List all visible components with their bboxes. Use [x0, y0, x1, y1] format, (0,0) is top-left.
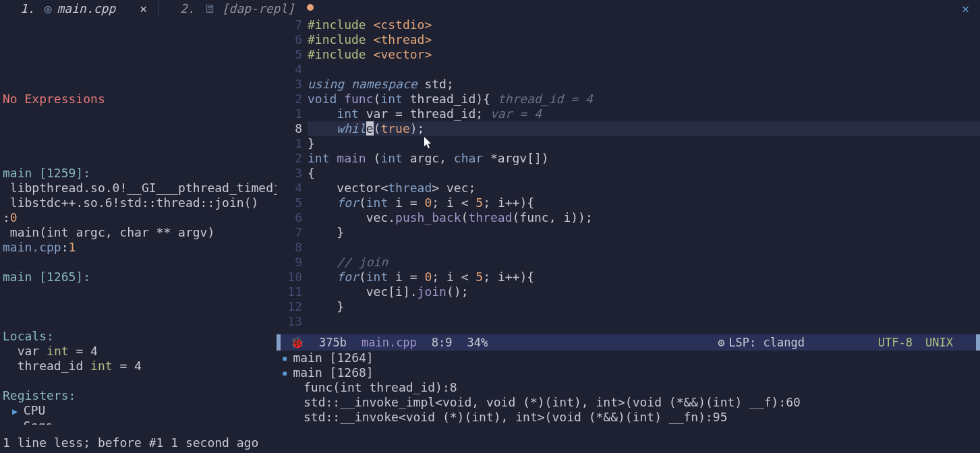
cpp-icon: ◎ — [45, 1, 52, 16]
modified-indicator-icon — [307, 4, 314, 11]
register-group-cpu[interactable]: CPU — [3, 403, 274, 419]
registers-header: Registers: — [3, 388, 274, 403]
file-name: main.cpp — [362, 335, 417, 350]
local-var[interactable]: thread_id int = 4 — [3, 359, 274, 373]
thread-collapsed-icon: ▪ — [282, 351, 287, 365]
file-format: UNIX — [925, 335, 953, 350]
thread-frame[interactable]: std::__invoke<void (*)(int), int>(void (… — [282, 410, 975, 425]
thread-frame[interactable]: func(int thread_id):8 — [282, 380, 975, 395]
message-line: 1 line less; before #1 1 second ago — [3, 435, 258, 450]
tab-close-icon[interactable]: ✕ — [140, 1, 147, 16]
gears-icon: ⚙ — [718, 336, 724, 349]
cursor-position: 8:9 — [432, 335, 453, 350]
tab-label: main.cpp — [57, 1, 116, 16]
watch-expressions-empty: No Expressions — [3, 92, 274, 107]
thread-collapsed-icon: ▪ — [282, 365, 287, 380]
tab-number: 2. — [180, 1, 195, 16]
stack-frame[interactable]: libstdc++.so.6!std::thread::join() :0 — [3, 195, 274, 225]
threads-panel: ▪main [1264] ▪main [1268] func(int threa… — [277, 351, 980, 425]
thread-row[interactable]: ▪main [1268] — [282, 365, 975, 380]
file-icon: 🗎 — [204, 1, 217, 16]
bug-icon: 🐞 — [290, 335, 304, 350]
code-area[interactable]: #include <cstdio>#include <thread>#inclu… — [308, 18, 980, 334]
close-window-icon[interactable]: ✕ — [962, 1, 969, 16]
debug-sidebar: No Expressions main [1259]: libpthread.s… — [0, 18, 277, 425]
mode-indicator — [277, 334, 281, 351]
thread-row[interactable]: ▪main [1264] — [282, 351, 975, 365]
lsp-status: ⚙LSP: clangd — [718, 335, 805, 350]
local-var[interactable]: var int = 4 — [3, 344, 274, 359]
tab-bar: 1. ◎ main.cpp ✕ 2. 🗎 [dap-repl] ✕ — [0, 0, 980, 18]
mode-indicator-right — [976, 334, 980, 351]
status-line: 🐞 375b main.cpp 8:9 34% ⚙LSP: clangd UTF… — [277, 334, 980, 351]
tab-main-cpp[interactable]: 1. ◎ main.cpp ✕ — [0, 0, 156, 18]
scroll-percent: 34% — [467, 335, 488, 350]
code-editor[interactable]: 7654321812345678910111213 #include <cstd… — [277, 18, 980, 334]
tab-number: 1. — [20, 1, 35, 16]
callstack-thread-1265[interactable]: main [1265]: — [3, 270, 274, 284]
callstack-thread-1259[interactable]: main [1259]: — [3, 166, 274, 181]
tab-label: [dap-repl] — [222, 1, 295, 16]
stack-frame[interactable]: libpthread.so.0!__GI___pthread_timedjoi — [3, 181, 274, 195]
line-number-gutter: 7654321812345678910111213 — [277, 18, 308, 334]
tab-separator — [158, 1, 158, 16]
stack-frame[interactable]: main(int argc, char ** argv) main.cpp:1 — [3, 225, 274, 255]
encoding: UTF-8 — [878, 335, 913, 350]
file-size: 375b — [319, 335, 347, 350]
tab-dap-repl[interactable]: 2. 🗎 [dap-repl] — [160, 0, 304, 18]
register-group-segs[interactable]: Segs — [3, 419, 274, 425]
locals-header: Locals: — [3, 329, 274, 344]
thread-frame[interactable]: std::__invoke_impl<void, void (*)(int), … — [282, 395, 975, 410]
